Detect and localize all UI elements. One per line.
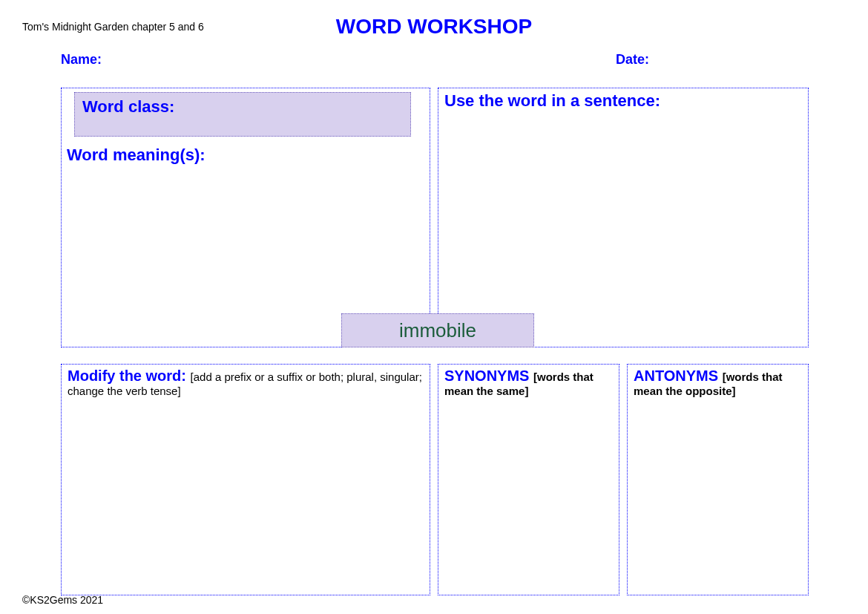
word-class-box: Word class: <box>74 92 411 137</box>
focus-word: immobile <box>399 319 476 342</box>
word-class-label: Word class: <box>82 97 174 116</box>
date-label: Date: <box>616 52 649 68</box>
copyright: ©KS2Gems 2021 <box>22 594 103 606</box>
word-meanings-label: Word meaning(s): <box>67 146 206 165</box>
focus-word-box: immobile <box>341 313 534 347</box>
synonyms-box: SYNONYMS [words that mean the same] <box>438 364 619 595</box>
sentence-label: Use the word in a sentence: <box>444 91 660 110</box>
sentence-box: Use the word in a sentence: <box>438 88 809 347</box>
antonyms-heading: ANTONYMS <box>634 368 723 384</box>
page-title: WORD WORKSHOP <box>0 15 868 39</box>
antonyms-box: ANTONYMS [words that mean the opposite] <box>627 364 809 595</box>
synonyms-heading: SYNONYMS <box>444 368 533 384</box>
modify-word-box: Modify the word: [add a prefix or a suff… <box>61 364 430 595</box>
name-label: Name: <box>61 52 102 68</box>
modify-heading: Modify the word: <box>68 368 191 384</box>
